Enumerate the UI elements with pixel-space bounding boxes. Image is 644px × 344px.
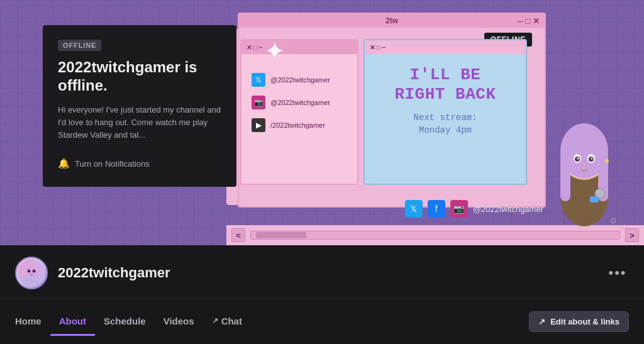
social-links-panel: 𝕏 @2022twitchgamer 📷 @2022twitchgamer ▶ …: [242, 54, 357, 140]
bottom-twitter-icon[interactable]: 𝕏: [405, 200, 423, 218]
social-row-youtube: ▶ /2022twitchgamer: [252, 118, 347, 132]
svg-point-17: [25, 262, 38, 277]
svg-point-18: [28, 270, 31, 273]
win-bar-irb: ✕ □ –: [365, 40, 526, 54]
offline-description: Hi everyone! I've just started my channe…: [58, 104, 221, 141]
channel-name: 2022twitchgamer: [58, 265, 596, 281]
offline-card: OFFLINE 2022twitchgamer is offline. Hi e…: [43, 25, 236, 187]
offline-title: 2022twitchgamer is offline.: [58, 58, 221, 95]
svg-rect-14: [590, 196, 599, 203]
hero-banner: OFFLINE 2022twitchgamer is offline. Hi e…: [0, 0, 644, 245]
win-title: 2tw: [239, 14, 545, 28]
svg-rect-3: [560, 151, 570, 201]
character-illustration: [543, 101, 625, 226]
svg-point-10: [591, 158, 593, 160]
bottom-handle: @2022twitchgamer: [473, 204, 543, 214]
twitter-handle: @2022twitchgamer: [270, 76, 330, 84]
win-bar-social: ✕ □ –: [242, 40, 357, 54]
social-row-twitter: 𝕏 @2022twitchgamer: [252, 73, 347, 87]
irb-content: I'LL BE RIGHT BACK Next stream:Monday 4p…: [365, 54, 526, 146]
social-row-instagram: 📷 @2022twitchgamer: [252, 96, 347, 109]
tab-chat[interactable]: ↗ Chat: [203, 308, 251, 336]
youtube-handle: /2022twitchgamer: [270, 121, 325, 129]
more-options-button[interactable]: •••: [606, 262, 629, 284]
notif-label: Turn on Notifications: [75, 159, 150, 169]
scroll-bar[interactable]: [250, 231, 620, 240]
youtube-icon: ▶: [252, 118, 265, 132]
svg-point-11: [583, 164, 586, 166]
irb-title: I'LL BE RIGHT BACK: [377, 65, 513, 104]
bottom-facebook-icon[interactable]: f: [428, 200, 445, 218]
svg-point-19: [33, 270, 36, 273]
irb-window: ✕ □ – I'LL BE RIGHT BACK Next stream:Mon…: [364, 39, 527, 185]
irb-next-stream: Next stream:Monday 4pm: [377, 112, 513, 136]
edit-icon: ↗: [538, 317, 545, 326]
turn-on-notifications-button[interactable]: 🔔 Turn on Notifications: [58, 158, 150, 169]
channel-row: 2022twitchgamer •••: [0, 245, 644, 298]
bottom-bar: 2022twitchgamer ••• Home About Schedule …: [0, 245, 644, 344]
instagram-handle: @2022twitchgamer: [270, 99, 330, 106]
external-link-icon: ↗: [212, 316, 218, 325]
tab-home[interactable]: Home: [15, 308, 50, 336]
nav-tabs-row: Home About Schedule Videos ↗ Chat ↗ Edit…: [0, 298, 644, 344]
scroll-right-button[interactable]: >: [625, 228, 639, 242]
tab-about[interactable]: About: [50, 308, 95, 336]
twitter-icon: 𝕏: [252, 73, 265, 87]
pink-window-social: ✕ □ – 𝕏 @2022twitchgamer 📷 @2022twitchga…: [240, 39, 358, 185]
svg-point-9: [577, 158, 579, 160]
avatar: [15, 257, 48, 289]
bell-icon: 🔔: [58, 158, 70, 169]
svg-point-12: [605, 159, 609, 163]
social-bottom-row: 𝕏 f 📷 @2022twitchgamer: [405, 200, 543, 218]
edit-about-links-button[interactable]: ↗ Edit about & links: [529, 311, 629, 332]
scroll-thumb: [256, 232, 306, 238]
scroll-strip: < >: [226, 225, 644, 245]
scroll-left-button[interactable]: <: [231, 228, 245, 242]
bottom-instagram-icon[interactable]: 📷: [450, 200, 468, 218]
instagram-icon: 📷: [252, 96, 265, 109]
tab-schedule[interactable]: Schedule: [95, 308, 155, 336]
win-bar-pink-outer: 2tw ─ □ ✕: [239, 14, 545, 28]
offline-badge: OFFLINE: [58, 40, 101, 51]
avatar-image: [18, 259, 45, 287]
tab-videos[interactable]: Videos: [155, 308, 203, 336]
